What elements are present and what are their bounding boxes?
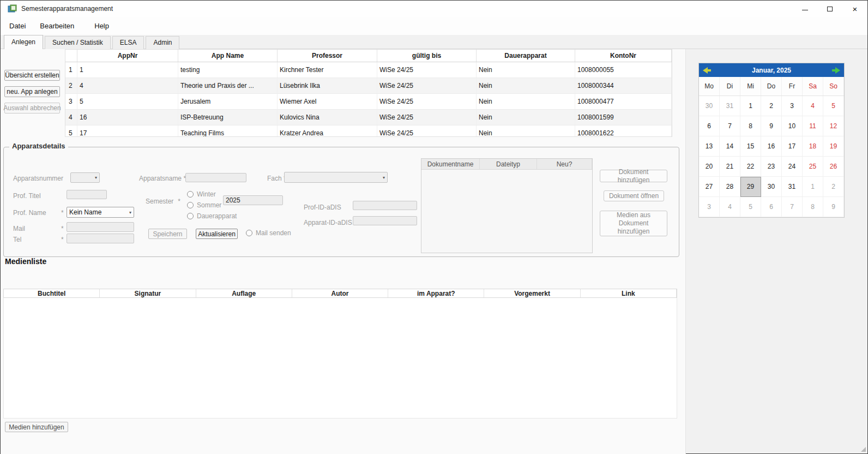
maximize-button[interactable]: [817, 1, 842, 17]
tab-elsa[interactable]: ELSA: [112, 36, 144, 49]
calendar-day[interactable]: 29: [740, 177, 761, 197]
calendar-day[interactable]: 13: [699, 136, 720, 157]
column-header[interactable]: App Name: [178, 50, 278, 62]
app-table-row[interactable]: 517Teaching FilmsKratzer AndreaWiSe 24/2…: [65, 126, 672, 137]
radio-dauerapparat[interactable]: Dauerapparat: [187, 212, 237, 220]
calendar-day[interactable]: 18: [803, 136, 823, 157]
app-table[interactable]: AppNrApp NameProfessorgültig bisDauerapp…: [65, 49, 672, 137]
calendar-day[interactable]: 3: [782, 96, 803, 116]
apparatsnummer-select[interactable]: ▾: [70, 172, 100, 183]
doc-column-header[interactable]: Neu?: [537, 159, 592, 169]
menu-item-bearbeiten[interactable]: Bearbeiten: [40, 22, 74, 30]
calendar-day[interactable]: 7: [720, 116, 740, 136]
calendar-day[interactable]: 3: [699, 197, 720, 217]
prof-name-select[interactable]: Kein Name▾: [67, 207, 134, 218]
fach-select[interactable]: ▾: [284, 172, 388, 183]
radio-winter[interactable]: Winter: [187, 190, 216, 198]
calendar-day[interactable]: 12: [823, 116, 844, 136]
next-month-button[interactable]: [831, 66, 840, 74]
app-table-row[interactable]: 35JerusalemWiemer AxelWiSe 24/25Nein1008…: [65, 94, 672, 110]
sidebar-button-bersichterstellen[interactable]: Übersicht erstellen: [4, 70, 60, 81]
column-header[interactable]: gültig bis: [377, 50, 477, 62]
calendar-day[interactable]: 6: [699, 116, 720, 136]
year-field[interactable]: 2025: [223, 195, 283, 205]
mail-field[interactable]: [67, 222, 134, 232]
calendar-day[interactable]: 20: [699, 157, 720, 177]
apparat-id-adis-field[interactable]: [353, 216, 417, 225]
dokument-oeffnen-button[interactable]: Dokument öffnen: [604, 190, 664, 201]
tab-suchenstatistik[interactable]: Suchen / Statistik: [45, 36, 111, 49]
media-column-header[interactable]: Vorgemerkt: [484, 289, 580, 297]
calendar-day[interactable]: 5: [823, 96, 844, 116]
calendar-day[interactable]: 1: [803, 177, 823, 197]
calendar-day[interactable]: 5: [740, 197, 761, 217]
close-button[interactable]: ×: [842, 1, 867, 17]
calendar-day[interactable]: 4: [720, 197, 740, 217]
tab-admin[interactable]: Admin: [146, 36, 179, 49]
minimize-button[interactable]: [792, 1, 817, 17]
app-table-row[interactable]: 11testingKirchner TesterWiSe 24/25Nein10…: [65, 62, 672, 78]
calendar-day[interactable]: 30: [761, 177, 782, 197]
column-header[interactable]: KontoNr: [575, 50, 672, 62]
radio-sommer[interactable]: Sommer: [187, 201, 221, 209]
calendar-day[interactable]: 16: [761, 136, 782, 157]
media-table-body[interactable]: [3, 298, 677, 419]
calendar-day[interactable]: 2: [823, 177, 844, 197]
calendar-day[interactable]: 26: [823, 157, 844, 177]
dokument-hinzufuegen-button[interactable]: Dokument hinzufügen: [600, 170, 667, 182]
doc-column-header[interactable]: Dokumentname: [421, 159, 480, 169]
calendar-day[interactable]: 28: [720, 177, 740, 197]
column-header[interactable]: Dauerapparat: [477, 50, 575, 62]
prof-id-adis-field[interactable]: [353, 201, 417, 210]
tab-anlegen[interactable]: Anlegen: [4, 35, 43, 49]
app-table-row[interactable]: 24Theorie und Praxis der ...Lüsebrink Il…: [65, 78, 672, 94]
calendar-day[interactable]: 7: [782, 197, 803, 217]
apparatsname-field[interactable]: [185, 173, 246, 182]
calendar-day[interactable]: 6: [761, 197, 782, 217]
calendar-day[interactable]: 10: [782, 116, 803, 136]
calendar-day[interactable]: 8: [803, 197, 823, 217]
app-table-row[interactable]: 416ISP-BetreuungKulovics NinaWiSe 24/25N…: [65, 110, 672, 126]
calendar-day[interactable]: 19: [823, 136, 844, 157]
calendar-day[interactable]: 31: [782, 177, 803, 197]
media-column-header[interactable]: Auflage: [196, 289, 292, 297]
sidebar-button-neuappanlegen[interactable]: neu. App anlegen: [4, 86, 60, 97]
mail-senden-checkbox[interactable]: Mail senden: [246, 229, 291, 237]
menu-item-help[interactable]: Help: [94, 22, 109, 30]
media-column-header[interactable]: Signatur: [100, 289, 196, 297]
calendar-day[interactable]: 31: [720, 96, 740, 116]
calendar-day[interactable]: 30: [699, 96, 720, 116]
medien-hinzufuegen-button[interactable]: Medien hinzufügen: [5, 422, 68, 432]
media-column-header[interactable]: Buchtitel: [4, 289, 100, 297]
media-column-header[interactable]: im Apparat?: [388, 289, 484, 297]
calendar-day[interactable]: 9: [823, 197, 844, 217]
calendar-day[interactable]: 9: [761, 116, 782, 136]
calendar-day[interactable]: 8: [740, 116, 761, 136]
calendar-day[interactable]: 11: [803, 116, 823, 136]
calendar-day[interactable]: 2: [761, 96, 782, 116]
calendar-day[interactable]: 17: [782, 136, 803, 157]
calendar-day[interactable]: 15: [740, 136, 761, 157]
calendar-day[interactable]: 24: [782, 157, 803, 177]
sidebar-button-auswahlabbrechen[interactable]: Auswahl abbrechen: [4, 103, 60, 113]
tel-field[interactable]: [67, 234, 134, 243]
media-column-header[interactable]: Link: [581, 289, 677, 297]
medien-aus-dokument-button[interactable]: Medien aus Dokument hinzufügen: [600, 211, 667, 236]
doc-column-header[interactable]: Dateityp: [480, 159, 537, 169]
prof-titel-field[interactable]: [67, 190, 107, 199]
media-column-header[interactable]: Autor: [292, 289, 388, 297]
aktualisieren-button[interactable]: Aktualisieren: [196, 229, 238, 239]
speichern-button[interactable]: Speichern: [148, 229, 187, 239]
calendar-day[interactable]: 27: [699, 177, 720, 197]
calendar-day[interactable]: 23: [761, 157, 782, 177]
calendar-day[interactable]: 22: [740, 157, 761, 177]
calendar-day[interactable]: 1: [740, 96, 761, 116]
resize-grip[interactable]: [861, 447, 866, 452]
column-header[interactable]: Professor: [278, 50, 377, 62]
calendar-day[interactable]: 4: [803, 96, 823, 116]
calendar-day[interactable]: 21: [720, 157, 740, 177]
calendar-day[interactable]: 25: [803, 157, 823, 177]
previous-month-button[interactable]: [703, 66, 712, 74]
calendar-day[interactable]: 14: [720, 136, 740, 157]
menu-item-datei[interactable]: Datei: [9, 22, 26, 30]
